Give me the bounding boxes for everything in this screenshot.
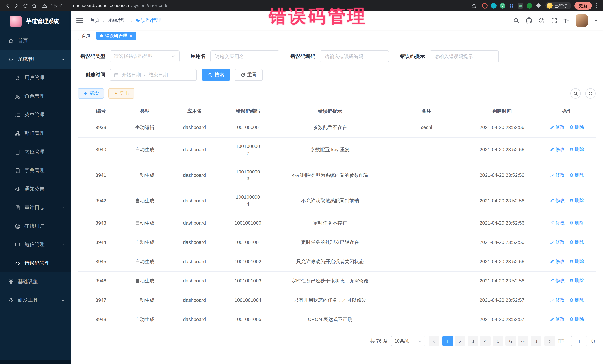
more-pages-button[interactable]: ··· [518,336,528,346]
delete-icon [569,173,574,177]
page-button-1[interactable]: 1 [442,336,453,346]
sidebar-item-dept-tree[interactable]: 部门管理 [0,124,70,143]
back-icon[interactable] [3,1,12,10]
refresh-table-button[interactable] [585,88,596,99]
help-icon[interactable] [538,17,545,23]
green-extension-icon[interactable] [526,3,532,8]
sidebar-item-audit-log[interactable]: 审计日志 [0,198,70,217]
edit-link[interactable]: 修改 [550,239,565,245]
sidebar-item-devtools[interactable]: 研发工具 [0,291,70,309]
notice-icon [15,186,20,192]
edit-link[interactable]: 修改 [550,258,565,265]
sidebar-item-dict[interactable]: 字典管理 [0,161,70,180]
delete-link[interactable]: 删除 [569,124,584,131]
tab-close-icon[interactable]: × [129,33,132,38]
date-range-input[interactable]: 开始日期 - 结束日期 [110,69,197,81]
filter-label-code: 错误码编码 [290,53,320,60]
tab-home[interactable]: 首页 [78,32,94,40]
delete-link[interactable]: 删除 [569,172,584,178]
sidebar-item-user[interactable]: 用户管理 [0,69,70,87]
font-size-icon[interactable]: TT [564,18,569,23]
forward-icon[interactable] [12,1,21,10]
browser-update-button[interactable]: 更新 [574,2,592,10]
add-button[interactable]: 新增 [78,88,104,99]
error-type-select[interactable]: 请选择错误码类型 [110,50,180,62]
page-button-8[interactable]: 8 [531,336,541,346]
reset-button[interactable]: 重置 [234,69,263,81]
tab-error-code[interactable]: 错误码管理× [96,32,136,40]
app-logo[interactable]: 芋道管理系统 [0,11,70,32]
table-row: 3945自动生成dashboard1001001002只允许修改为开启或者关闭状… [78,252,596,272]
profile-paused-badge[interactable]: 已暂停 [545,2,571,9]
page-button-6[interactable]: 6 [505,336,516,346]
online-user-icon [15,223,20,229]
cell-id: 3948 [78,310,124,329]
edit-link[interactable]: 修改 [550,277,565,284]
sidebar-item-role[interactable]: 角色管理 [0,87,70,106]
breadcrumb-item[interactable]: 首页 [90,17,100,24]
collapse-sidebar-icon[interactable] [76,18,83,23]
sidebar-item-online-user[interactable]: 在线用户 [0,217,70,235]
delete-link[interactable]: 删除 [569,220,584,226]
delete-link[interactable]: 删除 [569,258,584,265]
page-button-3[interactable]: 3 [468,336,478,346]
page-button-4[interactable]: 4 [480,336,491,346]
browser-menu-icon[interactable] [595,3,599,8]
error-hint-input[interactable] [429,50,499,62]
grid-extension-icon[interactable] [509,3,514,8]
delete-link[interactable]: 删除 [569,239,584,245]
sidebar-item-infra[interactable]: 基础设施 [0,272,70,291]
edit-link[interactable]: 修改 [550,316,565,322]
page-size-select[interactable]: 10条/页 [391,336,425,346]
sidebar-item-sms[interactable]: 短信管理 [0,235,70,254]
goto-page-input[interactable] [571,336,587,346]
page-button-5[interactable]: 5 [493,336,503,346]
error-code-input[interactable] [320,50,389,62]
edit-link[interactable]: 修改 [550,124,565,131]
delete-link[interactable]: 删除 [569,277,584,284]
role-icon [15,94,20,99]
home-button-icon[interactable] [30,1,39,10]
cell-actions: 修改删除 [538,118,596,137]
edit-link[interactable]: 修改 [550,172,565,178]
on-extension-icon[interactable]: on [517,3,523,8]
avatar-caret-icon[interactable] [594,17,598,24]
sidebar-item-post[interactable]: 岗位管理 [0,143,70,161]
teal-extension-icon[interactable] [491,3,496,8]
delete-link[interactable]: 删除 [569,296,584,303]
header-search-icon[interactable] [513,17,519,23]
delete-link[interactable]: 删除 [569,197,584,204]
cell-app: dashboard [166,163,223,188]
fullscreen-icon[interactable] [551,17,557,23]
vue-devtools-extension-icon[interactable]: V [500,3,505,8]
edit-link[interactable]: 修改 [550,220,565,226]
breadcrumb-item[interactable]: 系统管理 [108,17,128,24]
next-page-button[interactable] [544,336,555,346]
chevron-right-icon [547,339,552,343]
page-button-2[interactable]: 2 [455,336,465,346]
toggle-search-button[interactable] [570,88,581,99]
sidebar-item-menu-list[interactable]: 菜单管理 [0,106,70,124]
sidebar-item-home[interactable]: 首页 [0,32,70,50]
address-bar[interactable]: 不安全 dashboard.yudao.iocoder.cn/system/er… [42,1,168,10]
delete-link[interactable]: 删除 [569,316,584,322]
cell-created: 2021-04-20 23:52:56 [466,271,538,291]
prev-page-button[interactable] [429,336,439,346]
user-avatar[interactable] [576,14,588,26]
recorder-extension-icon[interactable] [482,3,487,8]
github-icon[interactable] [526,17,532,23]
edit-link[interactable]: 修改 [550,146,565,153]
sidebar-item-gear[interactable]: 系统管理 [0,50,70,69]
puzzle-extensions-icon[interactable] [535,1,542,10]
app-name-input[interactable] [210,50,279,62]
search-button[interactable]: 搜索 [202,69,230,81]
edit-icon [550,240,554,244]
export-button[interactable]: 导出 [108,88,134,99]
sidebar-item-notice[interactable]: 通知公告 [0,180,70,198]
bookmark-star-icon[interactable] [470,1,478,10]
reload-icon[interactable] [21,1,30,10]
delete-link[interactable]: 删除 [569,146,584,153]
sidebar-item-error-code[interactable]: 错误码管理 [0,254,70,272]
edit-link[interactable]: 修改 [550,197,565,204]
edit-link[interactable]: 修改 [550,296,565,303]
